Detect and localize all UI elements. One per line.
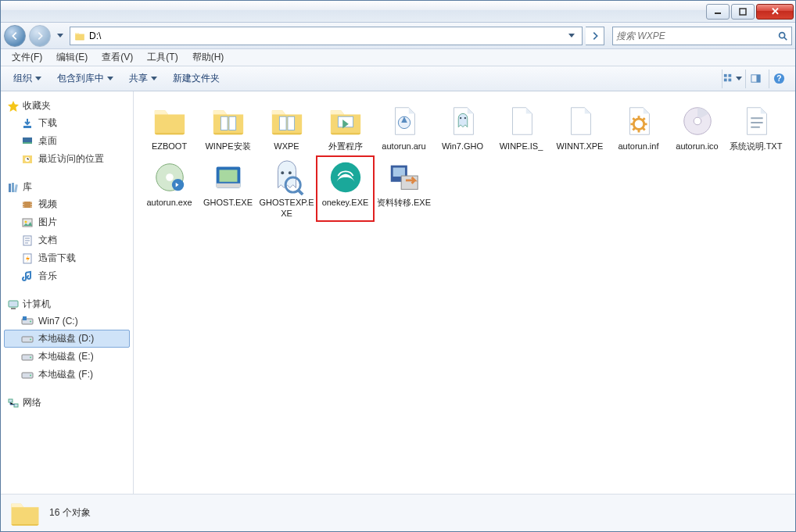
file-item[interactable]: GHOSTEXP.EXE [257,155,316,223]
sidebar-head-computer[interactable]: 计算机 [4,296,130,312]
sidebar-head-libraries[interactable]: 库 [4,179,130,195]
sidebar-head-network[interactable]: 网络 [4,395,130,411]
file-item[interactable]: 资料转移.EXE [375,155,433,223]
file-item[interactable]: autorun.inf [609,99,668,155]
music-icon [21,270,34,283]
file-name: onekey.EXE [322,198,369,209]
file-name: WXPE [274,141,299,152]
file-item[interactable]: GHOST.EXE [199,155,257,223]
video-icon [21,198,34,211]
sidebar-item-label: 音乐 [38,270,57,283]
sidebar-item[interactable]: 最近访问的位置 [4,150,130,168]
content-pane[interactable]: EZBOOTWINPE安装WXPE外置程序autorun.aruWin7.GHO… [134,91,795,494]
maximize-button[interactable] [731,4,755,20]
sidebar-item[interactable]: 本地磁盘 (F:) [4,366,130,384]
folder-docs-icon [210,102,247,140]
chevron-down-icon [736,77,742,80]
sidebar-item[interactable]: 音乐 [4,267,130,285]
help-button[interactable] [769,70,789,88]
sidebar-item[interactable]: 桌面 [4,132,130,150]
share-button[interactable]: 共享 [123,69,163,88]
file-item[interactable]: 系统说明.TXT [726,99,785,155]
sidebar-item-label: 迅雷下载 [38,252,76,265]
sidebar-item-label: Win7 (C:) [38,316,78,327]
sidebar-item[interactable]: Win7 (C:) [4,312,130,330]
file-name: Win7.GHO [442,141,483,152]
file-name: GHOST.EXE [203,198,253,209]
address-input[interactable] [89,30,561,41]
svg-rect-46 [724,74,727,77]
file-item[interactable]: 外置程序 [316,99,375,155]
menu-file[interactable]: 文件(F) [5,49,48,66]
folder-icon [74,30,86,41]
chevron-down-icon [107,77,113,80]
newfolder-button[interactable]: 新建文件夹 [167,69,226,88]
organize-button[interactable]: 组织 [7,69,48,88]
back-button[interactable] [4,25,26,47]
disc-icon [679,102,716,140]
include-button[interactable]: 包含到库中 [51,69,120,88]
search-box[interactable] [612,27,792,45]
sidebar-item[interactable]: 图片 [4,213,130,231]
file-item[interactable]: EZBOOT [140,99,199,155]
address-dropdown[interactable] [565,27,579,45]
file-item[interactable]: onekey.EXE [316,155,375,223]
file-item[interactable]: Win7.GHO [433,99,492,155]
forward-button[interactable] [29,25,51,47]
menu-tools[interactable]: 工具(T) [141,49,184,66]
search-input[interactable] [616,30,777,41]
ghost-exe-icon [210,159,247,196]
sidebar-item[interactable]: 文档 [4,231,130,249]
document-icon [21,234,34,247]
sidebar-head-favorites[interactable]: 收藏夹 [4,98,130,114]
sidebar-item[interactable]: 本地磁盘 (D:) [4,330,130,348]
sidebar-item-label: 本地磁盘 (F:) [38,368,93,381]
chevron-down-icon [35,77,41,80]
file-name: WINNT.XPE [557,141,604,152]
minimize-button[interactable] [706,4,730,20]
sidebar-item[interactable]: 下载 [4,114,130,132]
library-icon [7,181,20,194]
sidebar-item-label: 最近访问的位置 [38,152,104,166]
view-button[interactable] [722,70,742,88]
sidebar-item-label: 视频 [38,198,57,211]
menu-help[interactable]: 帮助(H) [186,49,231,66]
menu-edit[interactable]: 编辑(E) [50,49,94,66]
file-name: autorun.inf [619,141,659,152]
picture-icon [21,216,34,229]
toolbar: 组织 包含到库中 共享 新建文件夹 [1,66,795,91]
file-item[interactable]: autorun.ico [668,99,726,155]
drive-win-icon [21,315,34,327]
history-dropdown[interactable] [54,25,66,47]
file-item[interactable]: WXPE [257,99,316,155]
sidebar-item-label: 文档 [38,234,57,247]
file-name: WINPE安装 [205,141,250,152]
download-icon [21,117,34,130]
close-button[interactable]: ✕ [756,4,794,20]
sidebar-item-label: 图片 [38,216,57,229]
svg-rect-48 [724,79,727,82]
drive-icon [21,351,34,363]
file-item[interactable]: WINNT.XPE [550,99,609,155]
sidebar-item-label: 下载 [38,116,57,130]
sidebar-item[interactable]: 迅雷下载 [4,249,130,267]
menu-view[interactable]: 查看(V) [95,49,139,66]
menubar: 文件(F) 编辑(E) 查看(V) 工具(T) 帮助(H) [1,49,795,66]
file-name: 资料转移.EXE [377,198,431,209]
search-icon [777,30,788,41]
desktop-icon [21,135,34,148]
svg-rect-51 [756,75,760,82]
file-item[interactable]: WINPE安装 [199,99,257,155]
chevron-down-icon [568,34,575,37]
file-item[interactable]: autorun.aru [375,99,433,155]
file-name: autorun.exe [146,198,192,209]
file-item[interactable]: WINPE.IS_ [492,99,550,155]
sidebar-item[interactable]: 视频 [4,195,130,213]
refresh-button[interactable] [586,27,604,45]
address-bar[interactable] [70,27,583,45]
thunder-icon [21,252,34,265]
file-item[interactable]: autorun.exe [140,155,199,223]
autorun-exe-icon [151,159,188,196]
sidebar-item[interactable]: 本地磁盘 (E:) [4,348,130,366]
preview-pane-button[interactable] [745,70,766,88]
